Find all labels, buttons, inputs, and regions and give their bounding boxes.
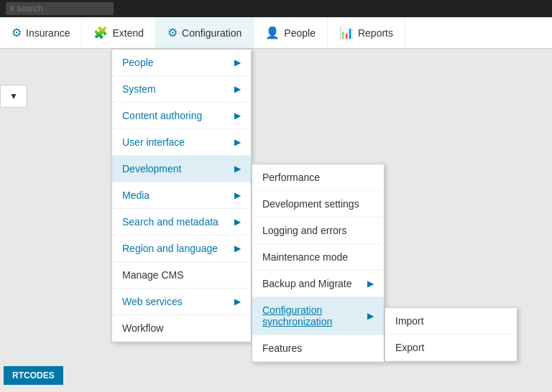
menu-label-performance: Performance: [262, 172, 320, 183]
insurance-icon: ⚙: [12, 26, 22, 39]
rtcodes-button[interactable]: RTCODES: [4, 366, 63, 385]
development-dropdown: Performance Development settings Logging…: [252, 164, 385, 363]
nav-label-reports: Reports: [358, 27, 393, 39]
chevron-right-icon: ▶: [234, 217, 241, 227]
menu-item-web-services[interactable]: Web services ▶: [112, 289, 251, 315]
nav-label-insurance: Insurance: [26, 27, 70, 39]
chevron-right-icon: ▶: [234, 190, 241, 200]
nav-label-extend: Extend: [112, 27, 144, 39]
menu-label-export: Export: [395, 342, 424, 353]
chevron-right-icon: ▶: [367, 311, 374, 321]
menu-item-config-sync[interactable]: Configuration synchronization ▶: [252, 297, 384, 335]
menu-label-region-language: Region and language: [122, 243, 218, 254]
menu-item-media[interactable]: Media ▶: [112, 182, 251, 209]
menu-label-logging-errors: Logging and errors: [262, 225, 347, 236]
nav-item-insurance[interactable]: ⚙ Insurance: [0, 17, 82, 48]
nav-bar: ⚙ Insurance 🧩 Extend ⚙ Configuration 👤 P…: [0, 17, 552, 49]
menu-label-user-interface: User interface: [122, 136, 185, 148]
menu-item-system[interactable]: System ▶: [112, 76, 251, 103]
chevron-right-icon: ▶: [367, 279, 374, 289]
menu-item-export[interactable]: Export: [385, 335, 517, 361]
configuration-icon: ⚙: [167, 26, 178, 39]
menu-label-dev-settings: Development settings: [262, 198, 359, 210]
menu-item-search-metadata[interactable]: Search and metadata ▶: [112, 209, 251, 235]
chevron-right-icon: ▶: [234, 297, 241, 307]
chevron-down-icon: ▼: [9, 91, 18, 101]
menu-label-development: Development: [122, 163, 182, 174]
menu-label-backup-migrate: Backup and Migrate: [262, 278, 352, 289]
menu-item-manage-cms[interactable]: Manage CMS: [112, 262, 251, 289]
menu-item-content-authoring[interactable]: Content authoring ▶: [112, 103, 251, 129]
menu-item-workflow[interactable]: Workflow: [112, 315, 251, 342]
menu-label-media: Media: [122, 190, 150, 201]
menu-item-development[interactable]: Development ▶: [112, 156, 251, 182]
nav-item-reports[interactable]: 📊 Reports: [328, 17, 405, 48]
menu-item-maintenance-mode[interactable]: Maintenance mode: [252, 244, 384, 271]
menu-label-maintenance-mode: Maintenance mode: [262, 251, 348, 263]
menu-item-people[interactable]: People ▶: [112, 50, 251, 76]
menu-label-config-sync: Configuration synchronization: [262, 304, 367, 327]
nav-item-people[interactable]: 👤 People: [254, 17, 328, 48]
reports-icon: 📊: [339, 26, 354, 39]
config-sync-dropdown: Import Export: [385, 307, 518, 362]
content-area: ▼ People ▶ System ▶ Content authoring ▶ …: [0, 49, 552, 392]
menu-item-features[interactable]: Features: [252, 335, 384, 362]
chevron-right-icon: ▶: [234, 137, 241, 147]
menu-item-dev-settings[interactable]: Development settings: [252, 191, 384, 218]
menu-label-system: System: [122, 83, 156, 95]
menu-item-backup-migrate[interactable]: Backup and Migrate ▶: [252, 271, 384, 297]
menu-label-import: Import: [395, 315, 424, 327]
extend-icon: 🧩: [93, 26, 108, 39]
chevron-right-icon: ▶: [234, 84, 241, 94]
menu-item-region-language[interactable]: Region and language ▶: [112, 235, 251, 262]
top-bar: [0, 0, 552, 17]
people-icon: 👤: [265, 26, 280, 39]
menu-label-features: Features: [262, 342, 302, 354]
menu-label-workflow: Workflow: [122, 322, 163, 334]
menu-label-content-authoring: Content authoring: [122, 110, 202, 121]
menu-item-logging-errors[interactable]: Logging and errors: [252, 218, 384, 244]
menu-label-manage-cms: Manage CMS: [122, 269, 184, 281]
nav-label-people: People: [284, 27, 316, 39]
chevron-right-icon: ▶: [234, 111, 241, 121]
chevron-right-icon: ▶: [234, 164, 241, 174]
nav-label-configuration: Configuration: [182, 27, 242, 39]
chevron-right-icon: ▶: [234, 57, 241, 67]
menu-label-search-metadata: Search and metadata: [122, 216, 218, 228]
menu-item-performance[interactable]: Performance: [252, 164, 384, 191]
menu-item-user-interface[interactable]: User interface ▶: [112, 129, 251, 156]
menu-label-web-services: Web services: [122, 296, 183, 307]
search-input[interactable]: [6, 2, 114, 15]
nav-item-extend[interactable]: 🧩 Extend: [82, 17, 156, 48]
sidebar-toggle[interactable]: ▼: [0, 85, 27, 108]
chevron-right-icon: ▶: [234, 243, 241, 253]
configuration-dropdown: People ▶ System ▶ Content authoring ▶ Us…: [111, 49, 252, 342]
menu-label-people: People: [122, 57, 154, 68]
nav-item-configuration[interactable]: ⚙ Configuration: [156, 17, 254, 48]
menu-item-import[interactable]: Import: [385, 308, 517, 335]
